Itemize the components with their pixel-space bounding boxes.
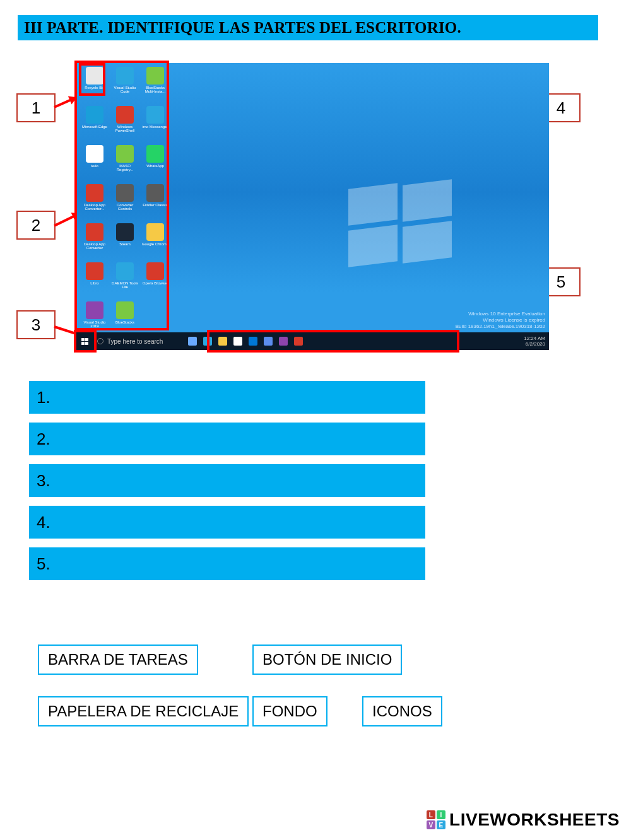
answer-slot-1[interactable]: 1.: [29, 381, 425, 414]
answer-slot-5[interactable]: 5.: [29, 547, 425, 580]
taskbar-icon[interactable]: [188, 337, 197, 346]
liveworksheets-logo: LIVE LIVEWORKSHEETS: [427, 810, 620, 830]
answer-slot-4[interactable]: 4.: [29, 506, 425, 539]
highlight-taskbar: [207, 330, 459, 353]
answer-slot-3[interactable]: 3.: [29, 464, 425, 497]
highlight-icons: [74, 61, 169, 330]
callout-2: 2: [16, 211, 56, 240]
brand-icon: LIVE: [427, 810, 445, 829]
brand-text: LIVEWORKSHEETS: [449, 810, 620, 830]
search-icon: [97, 338, 103, 344]
search-placeholder: Type here to search: [107, 338, 163, 345]
system-tray: 12:24 AM 6/2/2020: [524, 336, 545, 347]
option-barra-de-tareas[interactable]: BARRA DE TAREAS: [38, 645, 198, 675]
highlight-start-button: [74, 330, 97, 353]
callout-1: 1: [16, 93, 56, 122]
option-boton-de-inicio[interactable]: BOTÓN DE INICIO: [252, 645, 402, 675]
desktop-screenshot: Recycle BinVisual Studio CodeBlueStacks …: [76, 63, 549, 350]
windows-logo-icon: [348, 186, 452, 265]
answer-slot-2[interactable]: 2.: [29, 423, 425, 455]
worksheet-title: III PARTE. IDENTIFIQUE LAS PARTES DEL ES…: [18, 15, 598, 40]
search-box[interactable]: Type here to search: [97, 338, 163, 345]
windows-watermark: Windows 10 Enterprise Evaluation Windows…: [456, 311, 545, 330]
option-papelera[interactable]: PAPELERA DE RECICLAJE: [38, 696, 249, 726]
option-iconos[interactable]: ICONOS: [362, 696, 442, 726]
highlight-recycle-bin: [79, 63, 105, 96]
option-fondo[interactable]: FONDO: [252, 696, 327, 726]
callout-3: 3: [16, 310, 56, 339]
